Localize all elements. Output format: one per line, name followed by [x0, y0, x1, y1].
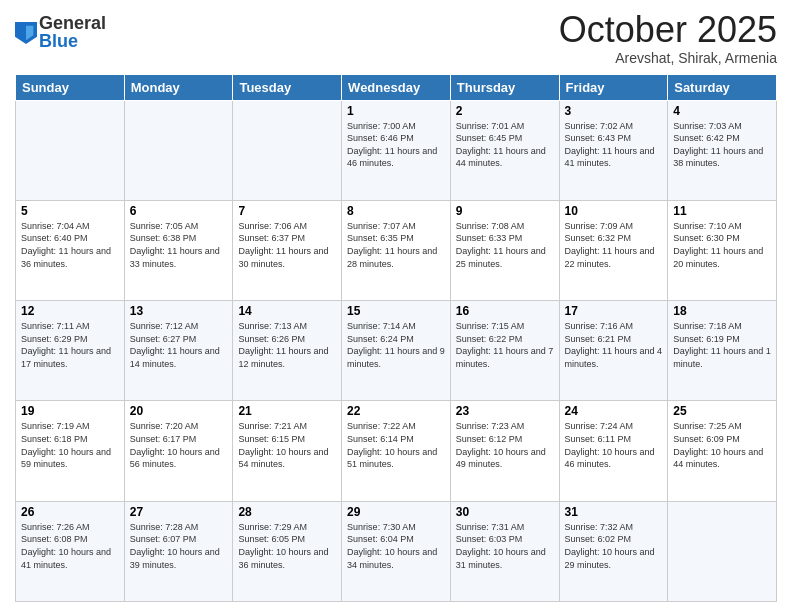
logo-icon [15, 22, 37, 44]
table-row: 22Sunrise: 7:22 AM Sunset: 6:14 PM Dayli… [342, 401, 451, 501]
day-info: Sunrise: 7:11 AM Sunset: 6:29 PM Dayligh… [21, 320, 119, 370]
table-row: 25Sunrise: 7:25 AM Sunset: 6:09 PM Dayli… [668, 401, 777, 501]
day-number: 10 [565, 204, 663, 218]
table-row: 9Sunrise: 7:08 AM Sunset: 6:33 PM Daylig… [450, 200, 559, 300]
day-info: Sunrise: 7:00 AM Sunset: 6:46 PM Dayligh… [347, 120, 445, 170]
day-info: Sunrise: 7:15 AM Sunset: 6:22 PM Dayligh… [456, 320, 554, 370]
day-info: Sunrise: 7:31 AM Sunset: 6:03 PM Dayligh… [456, 521, 554, 571]
calendar-week-5: 26Sunrise: 7:26 AM Sunset: 6:08 PM Dayli… [16, 501, 777, 601]
day-info: Sunrise: 7:28 AM Sunset: 6:07 PM Dayligh… [130, 521, 228, 571]
table-row: 29Sunrise: 7:30 AM Sunset: 6:04 PM Dayli… [342, 501, 451, 601]
table-row: 3Sunrise: 7:02 AM Sunset: 6:43 PM Daylig… [559, 100, 668, 200]
table-row: 19Sunrise: 7:19 AM Sunset: 6:18 PM Dayli… [16, 401, 125, 501]
day-number: 24 [565, 404, 663, 418]
logo-blue-text: Blue [39, 32, 106, 50]
day-number: 29 [347, 505, 445, 519]
day-number: 30 [456, 505, 554, 519]
calendar-table: Sunday Monday Tuesday Wednesday Thursday… [15, 74, 777, 602]
table-row [16, 100, 125, 200]
day-number: 12 [21, 304, 119, 318]
day-number: 19 [21, 404, 119, 418]
table-row: 12Sunrise: 7:11 AM Sunset: 6:29 PM Dayli… [16, 301, 125, 401]
day-info: Sunrise: 7:10 AM Sunset: 6:30 PM Dayligh… [673, 220, 771, 270]
table-row: 5Sunrise: 7:04 AM Sunset: 6:40 PM Daylig… [16, 200, 125, 300]
day-info: Sunrise: 7:08 AM Sunset: 6:33 PM Dayligh… [456, 220, 554, 270]
day-number: 3 [565, 104, 663, 118]
day-info: Sunrise: 7:18 AM Sunset: 6:19 PM Dayligh… [673, 320, 771, 370]
table-row [233, 100, 342, 200]
table-row: 30Sunrise: 7:31 AM Sunset: 6:03 PM Dayli… [450, 501, 559, 601]
table-row: 21Sunrise: 7:21 AM Sunset: 6:15 PM Dayli… [233, 401, 342, 501]
day-info: Sunrise: 7:29 AM Sunset: 6:05 PM Dayligh… [238, 521, 336, 571]
day-number: 11 [673, 204, 771, 218]
day-info: Sunrise: 7:21 AM Sunset: 6:15 PM Dayligh… [238, 420, 336, 470]
day-number: 13 [130, 304, 228, 318]
day-info: Sunrise: 7:14 AM Sunset: 6:24 PM Dayligh… [347, 320, 445, 370]
logo-text: General Blue [39, 14, 106, 50]
table-row: 4Sunrise: 7:03 AM Sunset: 6:42 PM Daylig… [668, 100, 777, 200]
day-number: 16 [456, 304, 554, 318]
day-number: 25 [673, 404, 771, 418]
day-info: Sunrise: 7:20 AM Sunset: 6:17 PM Dayligh… [130, 420, 228, 470]
col-thursday: Thursday [450, 74, 559, 100]
table-row: 26Sunrise: 7:26 AM Sunset: 6:08 PM Dayli… [16, 501, 125, 601]
day-number: 5 [21, 204, 119, 218]
table-row: 31Sunrise: 7:32 AM Sunset: 6:02 PM Dayli… [559, 501, 668, 601]
col-tuesday: Tuesday [233, 74, 342, 100]
day-info: Sunrise: 7:26 AM Sunset: 6:08 PM Dayligh… [21, 521, 119, 571]
header: General Blue October 2025 Arevshat, Shir… [15, 10, 777, 66]
table-row: 24Sunrise: 7:24 AM Sunset: 6:11 PM Dayli… [559, 401, 668, 501]
day-info: Sunrise: 7:23 AM Sunset: 6:12 PM Dayligh… [456, 420, 554, 470]
table-row: 27Sunrise: 7:28 AM Sunset: 6:07 PM Dayli… [124, 501, 233, 601]
day-info: Sunrise: 7:02 AM Sunset: 6:43 PM Dayligh… [565, 120, 663, 170]
table-row [668, 501, 777, 601]
day-info: Sunrise: 7:25 AM Sunset: 6:09 PM Dayligh… [673, 420, 771, 470]
day-info: Sunrise: 7:03 AM Sunset: 6:42 PM Dayligh… [673, 120, 771, 170]
table-row [124, 100, 233, 200]
day-info: Sunrise: 7:22 AM Sunset: 6:14 PM Dayligh… [347, 420, 445, 470]
day-info: Sunrise: 7:16 AM Sunset: 6:21 PM Dayligh… [565, 320, 663, 370]
day-number: 18 [673, 304, 771, 318]
calendar-week-3: 12Sunrise: 7:11 AM Sunset: 6:29 PM Dayli… [16, 301, 777, 401]
logo-general-text: General [39, 14, 106, 32]
day-number: 20 [130, 404, 228, 418]
table-row: 11Sunrise: 7:10 AM Sunset: 6:30 PM Dayli… [668, 200, 777, 300]
day-number: 22 [347, 404, 445, 418]
table-row: 18Sunrise: 7:18 AM Sunset: 6:19 PM Dayli… [668, 301, 777, 401]
day-number: 21 [238, 404, 336, 418]
col-sunday: Sunday [16, 74, 125, 100]
day-info: Sunrise: 7:12 AM Sunset: 6:27 PM Dayligh… [130, 320, 228, 370]
day-info: Sunrise: 7:19 AM Sunset: 6:18 PM Dayligh… [21, 420, 119, 470]
day-number: 31 [565, 505, 663, 519]
day-info: Sunrise: 7:01 AM Sunset: 6:45 PM Dayligh… [456, 120, 554, 170]
day-info: Sunrise: 7:32 AM Sunset: 6:02 PM Dayligh… [565, 521, 663, 571]
day-number: 8 [347, 204, 445, 218]
day-info: Sunrise: 7:30 AM Sunset: 6:04 PM Dayligh… [347, 521, 445, 571]
table-row: 8Sunrise: 7:07 AM Sunset: 6:35 PM Daylig… [342, 200, 451, 300]
day-number: 28 [238, 505, 336, 519]
month-title: October 2025 [559, 10, 777, 50]
day-info: Sunrise: 7:05 AM Sunset: 6:38 PM Dayligh… [130, 220, 228, 270]
day-number: 23 [456, 404, 554, 418]
title-block: October 2025 Arevshat, Shirak, Armenia [559, 10, 777, 66]
table-row: 16Sunrise: 7:15 AM Sunset: 6:22 PM Dayli… [450, 301, 559, 401]
day-number: 1 [347, 104, 445, 118]
day-number: 26 [21, 505, 119, 519]
col-monday: Monday [124, 74, 233, 100]
page: General Blue October 2025 Arevshat, Shir… [0, 0, 792, 612]
day-number: 7 [238, 204, 336, 218]
logo: General Blue [15, 14, 106, 50]
table-row: 1Sunrise: 7:00 AM Sunset: 6:46 PM Daylig… [342, 100, 451, 200]
table-row: 10Sunrise: 7:09 AM Sunset: 6:32 PM Dayli… [559, 200, 668, 300]
table-row: 28Sunrise: 7:29 AM Sunset: 6:05 PM Dayli… [233, 501, 342, 601]
day-number: 4 [673, 104, 771, 118]
day-info: Sunrise: 7:13 AM Sunset: 6:26 PM Dayligh… [238, 320, 336, 370]
table-row: 17Sunrise: 7:16 AM Sunset: 6:21 PM Dayli… [559, 301, 668, 401]
day-number: 6 [130, 204, 228, 218]
day-number: 15 [347, 304, 445, 318]
table-row: 23Sunrise: 7:23 AM Sunset: 6:12 PM Dayli… [450, 401, 559, 501]
col-friday: Friday [559, 74, 668, 100]
day-number: 9 [456, 204, 554, 218]
table-row: 14Sunrise: 7:13 AM Sunset: 6:26 PM Dayli… [233, 301, 342, 401]
location-subtitle: Arevshat, Shirak, Armenia [559, 50, 777, 66]
